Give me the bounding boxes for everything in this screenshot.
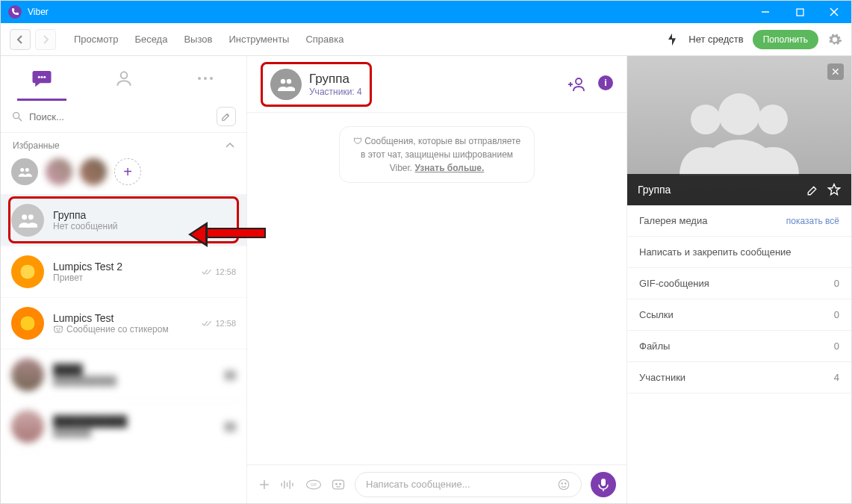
chat-header-title: Группа [309, 72, 362, 87]
svg-point-22 [576, 78, 582, 84]
svg-point-43 [718, 93, 760, 135]
svg-point-9 [204, 77, 207, 80]
menu-tools[interactable]: Инструменты [228, 34, 289, 45]
chat-title: Группа [53, 209, 236, 221]
show-all-link[interactable]: показать всё [786, 216, 839, 226]
chat-time: 12:58 [202, 267, 236, 276]
svg-point-15 [22, 214, 27, 220]
svg-point-41 [691, 105, 721, 134]
chat-list-item[interactable]: ██████████████ ██ [1, 349, 246, 401]
info-row-gif[interactable]: GIF-сообщения 0 [627, 268, 851, 299]
favorite-avatar[interactable] [46, 158, 72, 185]
group-name: Группа [638, 184, 799, 196]
app-title: Viber [28, 7, 49, 17]
tab-chats[interactable] [1, 56, 83, 101]
chat-avatar [11, 307, 44, 340]
close-button[interactable] [817, 1, 851, 23]
sticker-icon[interactable] [331, 477, 346, 492]
chat-time: 12:58 [202, 319, 236, 328]
message-composer: GIF Написать сообщение... [247, 464, 626, 503]
close-panel-button[interactable]: ✕ [827, 63, 844, 80]
viber-logo-icon [8, 5, 22, 19]
collapse-favorites-icon[interactable] [226, 143, 234, 149]
svg-point-36 [340, 483, 341, 485]
chat-list-item[interactable]: Lumpics Test Сообщение со стикером 12:58 [1, 298, 246, 349]
info-panel: ✕ Группа Галерея медиа показать всё Напи… [627, 56, 851, 503]
svg-point-21 [287, 78, 291, 83]
learn-more-link[interactable]: Узнать больше. [415, 163, 485, 173]
chat-title: Lumpics Test 2 [53, 261, 193, 273]
chat-avatar [11, 255, 44, 288]
info-row-links[interactable]: Ссылки 0 [627, 299, 851, 331]
svg-point-16 [28, 214, 34, 220]
pin-message-row[interactable]: Написать и закрепить сообщение [627, 237, 851, 268]
chat-list-item[interactable]: ████████████████ ██ [1, 401, 246, 452]
favorite-avatar[interactable] [11, 158, 38, 185]
forward-button[interactable] [35, 29, 56, 50]
svg-point-13 [20, 168, 24, 172]
chat-subtitle: Сообщение со стикером [53, 324, 193, 335]
favorite-avatar[interactable] [80, 158, 107, 185]
back-button[interactable] [10, 29, 31, 50]
chat-pane: Группа Участники: 4 i 🛡 Сообщения, котор… [247, 56, 627, 503]
encryption-banner: 🛡 Сообщения, которые вы отправляете в эт… [339, 126, 535, 183]
svg-rect-40 [601, 479, 606, 486]
message-input[interactable]: Написать сообщение... [355, 472, 582, 497]
star-icon[interactable] [827, 183, 841, 196]
edit-icon[interactable] [806, 183, 820, 196]
menubar: Просмотр Беседа Вызов Инструменты Справк… [1, 23, 851, 56]
svg-point-7 [120, 72, 127, 78]
tab-more[interactable] [164, 56, 246, 101]
chat-header: Группа Участники: 4 i [247, 56, 626, 113]
menu-help[interactable]: Справка [305, 34, 343, 45]
svg-point-10 [210, 77, 213, 80]
info-row-files[interactable]: Файлы 0 [627, 331, 851, 362]
voice-wave-icon[interactable] [280, 478, 296, 491]
topup-button[interactable]: Пополнить [753, 30, 818, 49]
svg-point-37 [559, 479, 569, 490]
chat-list-item[interactable]: Группа Нет сообщений [1, 194, 246, 246]
group-avatar-icon [270, 69, 302, 100]
menu-call[interactable]: Вызов [184, 34, 212, 45]
search-input[interactable] [29, 111, 211, 122]
menu-chat[interactable]: Беседа [134, 34, 167, 45]
svg-point-35 [336, 483, 338, 485]
svg-line-12 [19, 118, 22, 121]
gif-icon[interactable]: GIF [305, 478, 322, 491]
delivered-icon [202, 268, 212, 276]
add-favorite-button[interactable]: + [114, 158, 141, 185]
delivered-icon [202, 320, 212, 327]
group-placeholder-icon [676, 86, 803, 175]
group-hero-image: ✕ Группа [627, 56, 851, 205]
svg-point-38 [562, 482, 563, 484]
annotation-highlight: Группа Участники: 4 [261, 62, 372, 107]
svg-point-42 [758, 105, 788, 134]
sticker-icon [53, 324, 63, 335]
balance-label: Нет средств [688, 34, 743, 45]
compose-button[interactable] [217, 107, 236, 126]
svg-point-39 [565, 482, 567, 484]
minimize-button[interactable] [748, 1, 783, 23]
svg-point-19 [59, 329, 60, 329]
svg-point-11 [13, 113, 19, 119]
search-icon [11, 111, 23, 122]
gallery-row[interactable]: Галерея медиа показать всё [627, 205, 851, 237]
tab-contacts[interactable] [83, 56, 165, 101]
emoji-icon[interactable] [557, 478, 570, 491]
info-row-members[interactable]: Участники 4 [627, 362, 851, 393]
favorites-label: Избранные [13, 140, 60, 151]
settings-icon[interactable] [827, 32, 842, 47]
maximize-button[interactable] [783, 1, 817, 23]
attach-icon[interactable] [258, 478, 271, 491]
voice-message-button[interactable] [591, 472, 616, 497]
info-icon[interactable]: i [598, 75, 613, 90]
svg-point-20 [281, 78, 285, 83]
chat-list-item[interactable]: Lumpics Test 2 Привет 12:58 [1, 246, 246, 298]
viberout-icon [665, 32, 680, 47]
sidebar: Избранные + Группа Нет сообщений [1, 56, 247, 503]
chat-title: Lumpics Test [53, 312, 193, 324]
add-participant-icon[interactable] [568, 75, 586, 93]
titlebar: Viber [1, 1, 851, 23]
menu-view[interactable]: Просмотр [74, 34, 118, 45]
svg-point-4 [38, 76, 40, 78]
